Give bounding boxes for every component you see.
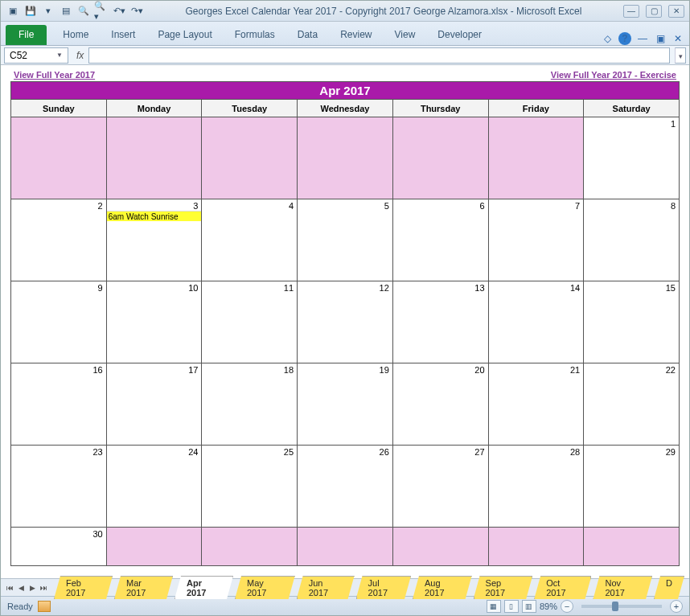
calendar-cell[interactable]: 22	[584, 363, 680, 446]
save-icon[interactable]: 💾	[23, 4, 38, 18]
help-icon[interactable]: ?	[618, 32, 631, 45]
zoom-slider-thumb[interactable]	[612, 602, 618, 611]
calendar-cell[interactable]: 6	[392, 199, 488, 281]
calendar-cell[interactable]: 30	[11, 528, 107, 566]
calendar-cell[interactable]	[202, 528, 298, 566]
zoom-in-button[interactable]: +	[670, 600, 683, 613]
tab-nav-next-icon[interactable]: ▶	[27, 582, 38, 593]
calendar-cell[interactable]	[11, 117, 107, 199]
calendar-cell[interactable]: 4	[202, 199, 298, 281]
calendar-cell[interactable]: 14	[488, 281, 584, 363]
zoom-out-button[interactable]: −	[561, 600, 573, 613]
formula-bar[interactable]	[88, 47, 670, 64]
calendar-cell[interactable]	[106, 528, 202, 566]
ribbon-tab-data[interactable]: Data	[286, 24, 329, 45]
maximize-button[interactable]: ▢	[646, 5, 662, 18]
excel-icon[interactable]: ▣	[6, 4, 20, 18]
calendar-cell[interactable]	[106, 117, 202, 199]
calendar-cell[interactable]: 2	[11, 199, 107, 281]
calendar-cell[interactable]: 28	[488, 446, 584, 528]
new-icon[interactable]: ▤	[59, 4, 73, 18]
calendar-cell[interactable]: 24	[106, 446, 202, 528]
calendar-cell[interactable]: 1	[584, 117, 680, 199]
calendar-cell[interactable]: 8	[584, 199, 680, 281]
calendar-cell[interactable]: 19	[298, 363, 393, 446]
calendar-cell[interactable]: 10	[106, 281, 202, 363]
ribbon-tab-home[interactable]: Home	[51, 24, 100, 45]
formula-bar-expand-icon[interactable]: ▾	[675, 47, 686, 64]
tab-nav-prev-icon[interactable]: ◀	[15, 582, 27, 593]
sheet-tab[interactable]: Mar 2017	[114, 576, 173, 599]
calendar-cell[interactable]	[488, 528, 584, 566]
day-number: 7	[489, 199, 584, 211]
calendar-cell[interactable]	[298, 528, 393, 566]
macro-record-icon[interactable]	[38, 601, 51, 612]
sheet-tab[interactable]: Oct 2017	[534, 576, 591, 599]
calendar-cell[interactable]: 29	[584, 446, 680, 528]
workbook-close-icon[interactable]: ✕	[672, 32, 684, 45]
calendar-cell[interactable]: 11	[202, 281, 298, 363]
tab-nav-first-icon[interactable]: ⏮	[4, 582, 15, 593]
sheet-tab[interactable]: Sep 2017	[474, 576, 533, 599]
sheet-tab[interactable]: Jun 2017	[297, 576, 355, 599]
calendar-cell[interactable]	[584, 528, 680, 566]
calendar-cell[interactable]	[298, 117, 393, 199]
view-full-year-exercise-link[interactable]: View Full Year 2017 - Exercise	[551, 70, 676, 80]
calendar-cell[interactable]: 12	[298, 281, 393, 363]
page-break-view-button[interactable]: ▥	[522, 600, 536, 613]
workbook-restore-icon[interactable]: ▣	[654, 32, 667, 45]
ribbon-tab-formulas[interactable]: Formulas	[224, 24, 286, 45]
calendar-cell[interactable]: 26	[298, 446, 393, 528]
zoom-slider[interactable]	[581, 605, 662, 608]
calendar-cell[interactable]: 5	[298, 199, 393, 281]
calendar-cell[interactable]: 17	[106, 363, 202, 446]
calendar-cell[interactable]	[202, 117, 298, 199]
calendar-cell[interactable]: 23	[11, 446, 107, 528]
undo-icon[interactable]: ↶▾	[112, 4, 126, 18]
find-icon[interactable]: 🔍	[76, 4, 91, 18]
calendar-cell[interactable]: 16	[11, 363, 107, 446]
zoom-percent[interactable]: 89%	[540, 602, 557, 611]
sheet-tab[interactable]: Apr 2017	[175, 576, 233, 599]
minimize-button[interactable]: —	[623, 5, 639, 18]
calendar-cell[interactable]: 15	[584, 281, 680, 363]
calendar-cell[interactable]: 20	[392, 363, 488, 446]
ribbon-tab-view[interactable]: View	[384, 24, 427, 45]
day-number	[107, 117, 202, 119]
ribbon-tab-review[interactable]: Review	[329, 24, 383, 45]
calendar-cell[interactable]: 9	[11, 281, 107, 363]
sheet-tab[interactable]: Jul 2017	[356, 576, 411, 599]
calendar-cell[interactable]	[392, 117, 488, 199]
ribbon-tab-insert[interactable]: Insert	[100, 24, 146, 45]
fx-label[interactable]: fx	[72, 50, 88, 61]
file-tab[interactable]: File	[6, 25, 47, 45]
workbook-minimize-icon[interactable]: —	[636, 32, 649, 45]
calendar-cell[interactable]: 13	[392, 281, 488, 363]
sheet-tab[interactable]: Feb 2017	[54, 576, 113, 599]
calendar-cell[interactable]: 27	[392, 446, 488, 528]
ribbon-tab-developer[interactable]: Developer	[426, 24, 493, 45]
sheet-tab[interactable]: May 2017	[235, 576, 295, 599]
calendar-cell[interactable]: 18	[202, 363, 298, 446]
calendar-cell[interactable]: 36am Watch Sunrise	[106, 199, 202, 281]
normal-view-button[interactable]: ▦	[487, 600, 501, 613]
qat-menu-icon[interactable]: ▾	[41, 4, 55, 18]
page-layout-view-button[interactable]: ▯	[504, 600, 519, 613]
sheet-tab[interactable]: Nov 2017	[593, 576, 652, 599]
sheet-tab[interactable]: Aug 2017	[413, 576, 472, 599]
calendar-cell[interactable]	[488, 117, 584, 199]
tab-nav-last-icon[interactable]: ⏭	[38, 582, 49, 593]
ribbon-tab-page-layout[interactable]: Page Layout	[146, 24, 223, 45]
close-button[interactable]: ✕	[668, 5, 684, 18]
calendar-event[interactable]: 6am Watch Sunrise	[107, 211, 202, 221]
calendar-cell[interactable]: 21	[488, 363, 584, 446]
name-box[interactable]: C52 ▼	[4, 47, 68, 64]
view-full-year-link[interactable]: View Full Year 2017	[14, 70, 95, 80]
calendar-cell[interactable]: 7	[488, 199, 584, 281]
find-menu-icon[interactable]: 🔍▾	[94, 4, 109, 18]
ribbon-options-icon[interactable]: ◇	[601, 32, 614, 45]
redo-icon[interactable]: ↷▾	[129, 4, 144, 18]
calendar-cell[interactable]: 25	[202, 446, 298, 528]
calendar-cell[interactable]	[392, 528, 488, 566]
name-box-dropdown-icon[interactable]: ▼	[56, 51, 63, 59]
